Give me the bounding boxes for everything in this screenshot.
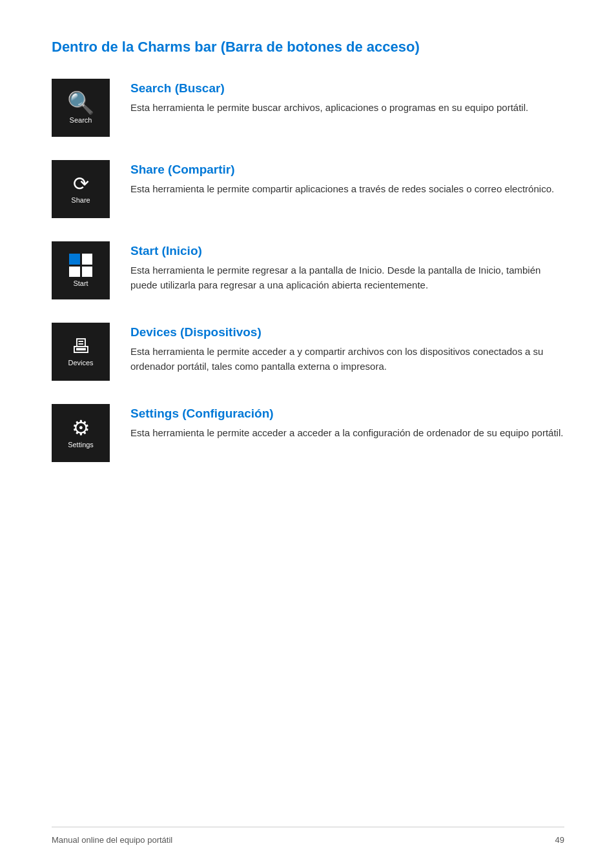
charm-item-start: Start Start (Inicio) Esta herramienta le…	[52, 241, 564, 299]
search-description: Esta herramienta le permite buscar archi…	[130, 101, 564, 116]
share-icon-block: ⟳ Share	[52, 160, 110, 218]
devices-content: Devices (Dispositivos) Esta herramienta …	[130, 323, 564, 374]
share-heading: Share (Compartir)	[130, 163, 564, 177]
devices-icon: 🖶	[71, 337, 90, 356]
charm-item-share: ⟳ Share Share (Compartir) Esta herramien…	[52, 160, 564, 218]
settings-content: Settings (Configuración) Esta herramient…	[130, 404, 564, 441]
search-heading: Search (Buscar)	[130, 81, 564, 96]
devices-heading: Devices (Dispositivos)	[130, 325, 564, 339]
search-icon: 🔍	[67, 92, 94, 114]
settings-description: Esta herramienta le permite acceder a ac…	[130, 426, 564, 441]
start-description: Esta herramienta le permite regresar a l…	[130, 263, 564, 292]
page-footer: Manual online del equipo portátil 49	[52, 827, 564, 845]
share-content: Share (Compartir) Esta herramienta le pe…	[130, 160, 564, 197]
share-icon: ⟳	[73, 174, 89, 194]
devices-icon-label: Devices	[68, 359, 93, 367]
search-content: Search (Buscar) Esta herramienta le perm…	[130, 79, 564, 116]
start-content: Start (Inicio) Esta herramienta le permi…	[130, 241, 564, 292]
charm-item-settings: ⚙ Settings Settings (Configuración) Esta…	[52, 404, 564, 462]
start-icon-label: Start	[73, 279, 88, 287]
footer-page-number: 49	[555, 835, 564, 845]
settings-icon: ⚙	[72, 418, 90, 438]
devices-icon-block: 🖶 Devices	[52, 323, 110, 381]
charm-item-search: 🔍 Search Search (Buscar) Esta herramient…	[52, 79, 564, 137]
footer-text: Manual online del equipo portátil	[52, 835, 172, 845]
search-icon-label: Search	[70, 116, 92, 124]
start-icon-block: Start	[52, 241, 110, 299]
share-description: Esta herramienta le permite compartir ap…	[130, 182, 564, 197]
start-icon	[69, 254, 92, 277]
share-icon-label: Share	[71, 196, 90, 204]
start-heading: Start (Inicio)	[130, 244, 564, 258]
devices-description: Esta herramienta le permite acceder a y …	[130, 345, 564, 374]
search-icon-block: 🔍 Search	[52, 79, 110, 137]
settings-icon-block: ⚙ Settings	[52, 404, 110, 462]
settings-icon-label: Settings	[68, 441, 94, 449]
charm-item-devices: 🖶 Devices Devices (Dispositivos) Esta he…	[52, 323, 564, 381]
settings-heading: Settings (Configuración)	[130, 407, 564, 421]
page-title: Dentro de la Charms bar (Barra de botone…	[52, 39, 564, 56]
